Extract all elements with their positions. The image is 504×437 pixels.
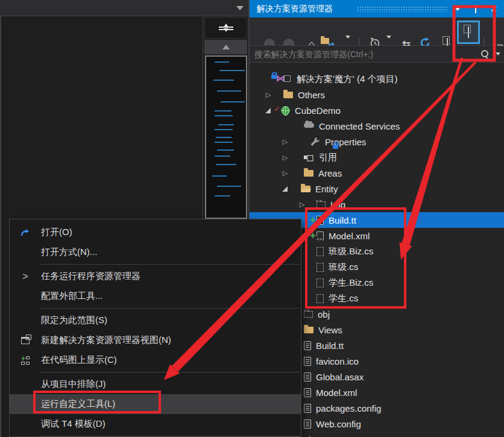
menu-item-task-runner-explorer[interactable]: > 任务运行程序资源管理器: [10, 266, 301, 286]
show-all-files-icon: [468, 27, 469, 38]
new-view-icon: [21, 337, 30, 344]
excluded-document-icon: [317, 278, 324, 288]
document-icon: [317, 216, 324, 225]
document-icon: [304, 404, 311, 413]
menu-item-configure-external-tools[interactable]: 配置外部工具...: [10, 286, 301, 306]
lock-icon: [333, 145, 338, 149]
open-folder-icon: [301, 186, 310, 192]
panel-title: 解决方案资源管理器: [257, 4, 333, 14]
cloud-icon: [304, 123, 314, 128]
menu-item-debug-t4-template[interactable]: 调试 T4 模板(D): [10, 414, 301, 434]
excluded-document-icon: [317, 263, 324, 272]
triangle-up-icon: [222, 45, 230, 49]
menu-separator: [40, 264, 300, 265]
search-options-dropdown[interactable]: [496, 52, 500, 55]
show-all-files-button[interactable]: [468, 27, 469, 38]
solution-icon: ⋈: [271, 74, 292, 84]
open-icon: [10, 228, 41, 237]
excluded-document-icon: [317, 247, 324, 256]
wrench-icon: [309, 137, 320, 146]
menu-item-run-custom-tool[interactable]: 运行自定义工具(L): [10, 394, 301, 414]
document-icon: [304, 388, 311, 397]
close-panel-button[interactable]: ×: [488, 4, 499, 14]
expander-expanded-icon[interactable]: [265, 108, 271, 113]
auto-hide-pin-button[interactable]: [470, 4, 481, 14]
tree-item-properties[interactable]: ▷ Properties: [250, 134, 504, 149]
document-icon: [304, 341, 311, 350]
excluded-folder-icon: [317, 201, 326, 208]
expander-collapsed-icon[interactable]: ▷: [298, 201, 306, 208]
tree-item-log[interactable]: ▷ Log: [250, 196, 504, 212]
menu-separator: [40, 372, 300, 373]
editor-minimap[interactable]: [205, 55, 247, 219]
window-position-button[interactable]: [452, 4, 463, 14]
expander-collapsed-icon[interactable]: ▷: [281, 154, 289, 161]
editor-left-border: [0, 16, 1, 437]
tree-item-references[interactable]: ▷ 引用: [250, 149, 504, 165]
pending-add-icon: +: [309, 215, 317, 225]
pin-icon: [473, 5, 479, 13]
scroll-up-button[interactable]: [204, 40, 247, 54]
code-map-icon: +: [20, 356, 30, 365]
menu-item-open[interactable]: 打开(O): [10, 222, 301, 242]
folder-icon: [304, 170, 313, 177]
editor-toolbar-strip: [0, 0, 248, 16]
editor-scrollbar-divider: [203, 16, 203, 219]
tree-item-areas[interactable]: ▷ Areas: [250, 165, 504, 181]
xml-document-icon: [317, 231, 324, 241]
document-icon: [304, 357, 311, 366]
chevron-right-icon: >: [10, 271, 41, 282]
editor-split-handle[interactable]: [204, 17, 247, 39]
search-icon[interactable]: [480, 49, 490, 59]
tree-item-others[interactable]: ▷ Others: [250, 87, 504, 102]
references-icon: [304, 153, 314, 162]
folder-icon: [304, 327, 313, 333]
expander-expanded-icon[interactable]: [282, 186, 288, 192]
tree-item-connected-services[interactable]: Connected Services: [250, 118, 504, 134]
menu-separator: [40, 308, 300, 309]
panel-toolbar: ← → ⌂ ⇄ ⇆: [250, 17, 504, 46]
context-menu: 打开(O) 打开方式(N)... > 任务运行程序资源管理器 配置外部工具...…: [9, 219, 301, 437]
tree-item-solution[interactable]: ⋈ 解决方案'魔方' (4 个项目): [250, 71, 504, 87]
excluded-folder-icon: [304, 311, 313, 318]
search-bar: [250, 46, 504, 63]
document-icon: [304, 373, 311, 382]
panel-titlebar[interactable]: 解决方案资源管理器 ×: [250, 0, 504, 17]
menu-item-open-with[interactable]: 打开方式(N)...: [10, 242, 301, 262]
expander-collapsed-icon[interactable]: ▷: [281, 139, 289, 145]
splitter-icon: [218, 21, 234, 34]
expander-collapsed-icon[interactable]: ▷: [264, 92, 272, 98]
menu-separator: [40, 436, 300, 436]
show-all-files-toggle-outline: [457, 20, 480, 44]
web-project-icon: [281, 106, 290, 115]
chevron-down-icon: [455, 7, 461, 11]
tree-item-cubedemo[interactable]: ✓ CubeDemo: [250, 102, 504, 118]
document-icon: [304, 420, 311, 429]
tree-item-entity[interactable]: Entity: [250, 181, 504, 196]
expander-collapsed-icon[interactable]: ▷: [281, 170, 289, 177]
menu-item-new-solution-explorer-view[interactable]: 新建解决方案资源管理器视图(N): [10, 330, 301, 350]
menu-item-show-on-code-map[interactable]: + 在代码图上显示(C): [10, 350, 301, 370]
vs-window: 解决方案资源管理器 × ← → ⌂ ⇄: [0, 0, 504, 437]
menu-item-scope-to-this[interactable]: 限定为此范围(S): [10, 310, 301, 330]
drag-grip-dots: [357, 6, 447, 12]
source-control-check-icon: ✓: [274, 104, 280, 113]
chevron-down-icon[interactable]: [236, 6, 244, 10]
search-input[interactable]: [254, 49, 480, 59]
menu-item-exclude-from-project[interactable]: 从项目中排除(J): [10, 374, 301, 394]
excluded-document-icon: [317, 294, 324, 303]
folder-icon: [283, 92, 293, 98]
